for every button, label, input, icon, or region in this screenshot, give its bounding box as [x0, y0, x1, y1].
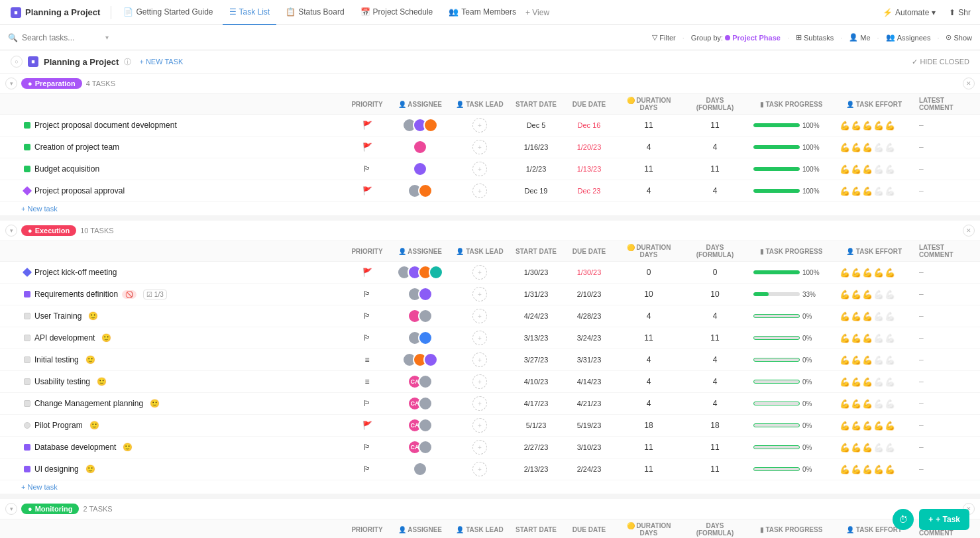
task-priority[interactable]: 🚩 — [344, 115, 390, 136]
task-name-cell[interactable]: UI designing 🙂 — [0, 458, 344, 480]
task-name: Project proposal approval — [34, 186, 125, 195]
project-header: ○ ■ Planning a Project ⓘ + NEW TASK ✓ HI… — [0, 50, 980, 74]
task-lead[interactable]: + — [450, 180, 510, 202]
task-name-cell[interactable]: Change Management planning 🙂 — [0, 393, 344, 415]
lead-circle[interactable]: + — [472, 418, 487, 433]
lead-circle[interactable]: + — [472, 287, 487, 301]
tab-task-list[interactable]: ☰ Task List — [223, 0, 277, 25]
task-priority[interactable]: 🏳 — [344, 393, 390, 415]
group-by-button[interactable]: Group by: Project Phase — [691, 34, 781, 42]
task-comment: – — [914, 371, 980, 393]
task-priority[interactable]: ≡ — [344, 349, 390, 371]
task-priority[interactable]: 🚩 — [344, 180, 390, 202]
project-collapse-btn[interactable]: ○ — [11, 56, 23, 68]
task-name-cell[interactable]: Project proposal document development — [0, 115, 344, 136]
tab-getting-started[interactable]: 📄 Getting Started Guide — [117, 0, 219, 25]
lead-circle[interactable]: + — [472, 352, 487, 367]
lead-circle[interactable]: + — [472, 309, 487, 323]
task-name-cell[interactable]: Initial testing 🙂 — [0, 349, 344, 371]
lead-circle[interactable]: + — [472, 118, 487, 133]
lead-circle[interactable]: + — [472, 331, 487, 345]
search-dropdown-arrow[interactable]: ▾ — [105, 34, 109, 41]
task-name-cell[interactable]: Project proposal approval — [0, 180, 344, 202]
task-name-cell[interactable]: Project kick-off meeting — [0, 262, 344, 284]
add-task-button[interactable]: + + Task — [919, 509, 969, 530]
task-name-cell[interactable]: Requirements definition 🚫☑ 1/3 — [0, 284, 344, 305]
group-collapse-preparation[interactable]: ▾ — [5, 78, 17, 89]
tab-team-members[interactable]: 👥 Team Members — [442, 0, 523, 25]
task-lead[interactable]: + — [450, 458, 510, 480]
show-button[interactable]: ⊙ Show — [946, 33, 972, 42]
avatars-wrap — [396, 184, 445, 198]
task-name-cell[interactable]: User Training 🙂 — [0, 305, 344, 327]
group-end-btn-preparation[interactable]: ✕ — [963, 78, 975, 89]
timer-button[interactable]: ⏱ — [893, 509, 914, 530]
task-lead[interactable]: + — [450, 158, 510, 180]
lead-circle[interactable]: + — [472, 440, 487, 455]
task-priority[interactable]: 🏳 — [344, 158, 390, 180]
task-priority[interactable]: 🚩 — [344, 262, 390, 284]
progress-fill — [753, 167, 800, 171]
task-name-cell[interactable]: Creation of project team — [0, 136, 344, 158]
lead-circle[interactable]: + — [472, 184, 487, 198]
task-priority[interactable]: 🏳 — [344, 305, 390, 327]
subtasks-button[interactable]: ⊞ Subtasks — [796, 33, 834, 42]
task-name-cell[interactable]: Pilot Program 🙂 — [0, 415, 344, 437]
new-task-link[interactable]: + New task — [0, 202, 980, 215]
progress-fill — [753, 123, 800, 127]
task-lead[interactable]: + — [450, 327, 510, 349]
project-icon: ■ — [28, 56, 38, 67]
task-lead[interactable]: + — [450, 393, 510, 415]
lead-circle[interactable]: + — [472, 265, 487, 280]
tab-status-board[interactable]: 📋 Status Board — [279, 0, 351, 25]
effort-icons: 💪💪💪💪💪 — [840, 142, 908, 152]
new-task-link[interactable]: + New task — [0, 480, 980, 494]
search-input[interactable] — [22, 33, 101, 42]
group-collapse-monitoring[interactable]: ▾ — [5, 503, 17, 515]
priority-icon: 🏳 — [363, 164, 371, 174]
task-name-cell[interactable]: Usability testing 🙂 — [0, 371, 344, 393]
task-priority[interactable]: 🏳 — [344, 327, 390, 349]
task-priority[interactable]: 🚩 — [344, 136, 390, 158]
lead-circle[interactable]: + — [472, 374, 487, 389]
group-collapse-execution[interactable]: ▾ — [5, 225, 17, 237]
view-button[interactable]: + View — [525, 8, 549, 17]
tab-project-schedule[interactable]: 📅 Project Schedule — [354, 0, 440, 25]
group-end-btn-execution[interactable]: ✕ — [963, 225, 975, 237]
share-button[interactable]: ⬆ Shr — [945, 8, 975, 17]
lead-circle[interactable]: + — [472, 462, 487, 476]
task-name-cell[interactable]: API development 🙂 — [0, 327, 344, 349]
task-priority[interactable]: 🚩 — [344, 415, 390, 437]
filter-button[interactable]: ▽ Filter — [652, 33, 675, 42]
project-info-icon[interactable]: ⓘ — [124, 57, 131, 67]
task-lead[interactable]: + — [450, 415, 510, 437]
task-lead[interactable]: + — [450, 371, 510, 393]
task-lead[interactable]: + — [450, 136, 510, 158]
task-priority[interactable]: 🏳 — [344, 437, 390, 458]
task-lead[interactable]: + — [450, 115, 510, 136]
effort-icons: 💪💪💪💪💪 — [840, 333, 908, 343]
priority-icon: 🚩 — [362, 186, 372, 195]
task-priority[interactable]: ≡ — [344, 371, 390, 393]
task-priority[interactable]: 🏳 — [344, 458, 390, 480]
task-status-dot — [24, 313, 30, 319]
automate-button[interactable]: ⚡ Automate ▾ — [879, 8, 940, 17]
comment-dash: – — [919, 268, 924, 277]
lead-circle[interactable]: + — [472, 396, 487, 411]
me-button[interactable]: 👤 Me — [849, 33, 870, 42]
task-lead[interactable]: + — [450, 262, 510, 284]
assignees-button[interactable]: 👥 Assignees — [886, 33, 931, 42]
task-lead[interactable]: + — [450, 437, 510, 458]
task-lead[interactable]: + — [450, 349, 510, 371]
task-lead[interactable]: + — [450, 305, 510, 327]
effort-icon: 💪 — [873, 142, 884, 152]
task-name-cell[interactable]: Database development 🙂 — [0, 437, 344, 458]
lead-circle[interactable]: + — [472, 162, 487, 176]
lead-circle[interactable]: + — [472, 140, 487, 154]
task-priority[interactable]: 🏳 — [344, 284, 390, 305]
hide-closed-button[interactable]: ✓ HIDE CLOSED — [912, 58, 969, 66]
task-name-cell[interactable]: Budget acquisition — [0, 158, 344, 180]
task-lead[interactable]: + — [450, 284, 510, 305]
col-header-due: DUE DATE — [563, 519, 616, 539]
new-task-button[interactable]: + NEW TASK — [139, 58, 183, 66]
